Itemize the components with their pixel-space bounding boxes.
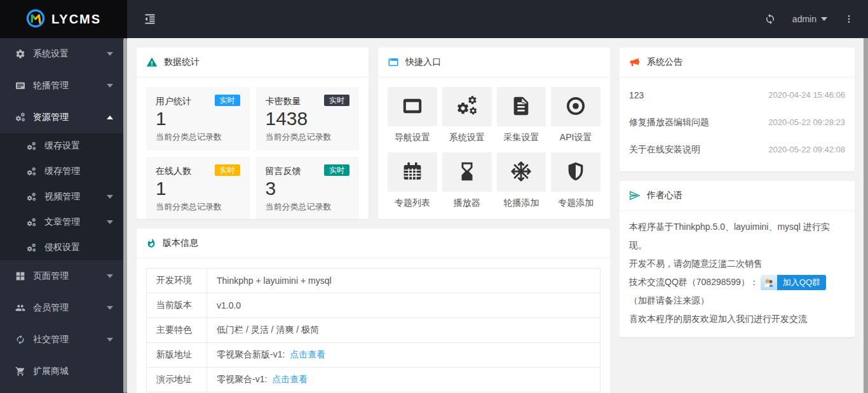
sidebar-subitem-label: 侵权设置 [44, 242, 80, 253]
quick-entry-1[interactable]: 系统设置 [442, 87, 492, 143]
quick-entry-card-title: 快捷入口 [405, 57, 441, 68]
announcement-title: 关于在线安装说明 [629, 144, 700, 156]
version-row-value: v1.0.0 [217, 300, 241, 310]
gear-icon [15, 49, 26, 59]
snowflake-icon [510, 161, 532, 184]
sidebar-item-label: 扩展商城 [33, 366, 69, 377]
sidebar-item-label: 社交管理 [33, 334, 69, 345]
warning-icon [146, 57, 158, 68]
quick-entry-card-header: 快捷入口 [378, 48, 610, 77]
sidebar-subitem-3[interactable]: 文章管理 [0, 210, 127, 235]
quick-entry-label: 导航设置 [388, 132, 437, 143]
refresh-button[interactable] [764, 13, 776, 25]
panel-icon [388, 57, 399, 68]
brand-logo: LYCMS [0, 0, 127, 38]
stat-description: 当前分类总记录数 [266, 131, 350, 143]
sidebar-subitem-label: 文章管理 [44, 216, 80, 228]
quick-entry-label: 采集设置 [497, 132, 546, 143]
megaphone-icon [629, 57, 641, 68]
sidebar-subitem-label: 视频管理 [44, 191, 80, 203]
sidebar-collapse-button[interactable] [144, 13, 156, 25]
author-line-3-suffix: （加群请备注来源） [629, 295, 709, 305]
announcement-date: 2020-04-24 15:46:06 [768, 90, 845, 100]
version-table: 开发环境Thinkphp + layuimini + mysql当前版本v1.0… [146, 268, 600, 392]
window-icon [402, 95, 423, 119]
stats-card: 数据统计 用户统计实时1当前分类总记录数卡密数量实时1438当前分类总记录数在线… [137, 48, 369, 219]
announcements-card-header: 系统公告 [620, 48, 855, 77]
version-table-row: 新版地址零视聚合新版-v1:点击查看 [147, 343, 600, 368]
stat-badge: 实时 [215, 164, 240, 176]
stat-box-1: 卡密数量实时1438当前分类总记录数 [256, 87, 360, 150]
stat-description: 当前分类总记录数 [156, 131, 240, 143]
sidebar-scrollbar[interactable] [123, 38, 127, 393]
quick-entry-4[interactable]: 专题列表 [388, 152, 437, 209]
quick-entry-5[interactable]: 播放器 [442, 152, 492, 209]
version-row-label: 开发环境 [147, 269, 207, 293]
announcement-item-1[interactable]: 修复播放器编辑问题2020-05-22 09:28:23 [629, 109, 845, 136]
brand-logo-icon [26, 9, 45, 30]
page-scrollbar-thumb[interactable] [864, 38, 868, 393]
quick-entry-2[interactable]: 采集设置 [497, 87, 546, 143]
main-content: 数据统计 用户统计实时1当前分类总记录数卡密数量实时1438当前分类总记录数在线… [127, 38, 863, 393]
sidebar-item-6[interactable]: 扩展商城 [0, 356, 127, 387]
view-link[interactable]: 点击查看 [290, 349, 325, 359]
announcement-title: 123 [629, 90, 644, 100]
chevron-down-icon [107, 84, 113, 88]
announcements-card-title: 系统公告 [647, 57, 682, 68]
announcement-item-0[interactable]: 1232020-04-24 15:46:06 [629, 81, 845, 109]
chevron-down-icon [107, 306, 113, 310]
join-qq-group-button[interactable]: 加入QQ群 [761, 275, 826, 290]
more-options-button[interactable] [844, 13, 854, 25]
version-table-row: 主要特色低门栏 / 灵活 / 清爽 / 极简 [147, 318, 600, 343]
sidebar-item-5[interactable]: 社交管理 [0, 324, 127, 356]
file-icon [510, 95, 532, 119]
sidebar-item-3[interactable]: 页面管理 [0, 260, 127, 292]
quick-entry-card: 快捷入口 导航设置系统设置采集设置API设置专题列表播放器轮播添加专题添加 [378, 48, 610, 219]
target-icon [565, 95, 587, 119]
stat-description: 当前分类总记录数 [266, 201, 350, 213]
author-notes-card-header: 作者心语 [620, 181, 855, 211]
announcement-date: 2020-05-22 09:28:23 [768, 117, 845, 127]
announcement-item-2[interactable]: 关于在线安装说明2020-05-22 09:42:08 [629, 136, 845, 163]
top-header: LYCMS admin [0, 0, 868, 38]
version-row-value: 零视聚合新版-v1: [217, 349, 285, 359]
sidebar-item-1[interactable]: 轮播管理 [0, 70, 127, 102]
user-menu-dropdown[interactable]: admin [792, 14, 827, 24]
quick-entry-0[interactable]: 导航设置 [388, 87, 437, 143]
author-line-1: 本程序基于Thinkphp.5.0、layuimini、mysql 进行实现。 [629, 222, 830, 250]
sidebar-subitem-4[interactable]: 侵权设置 [0, 235, 127, 260]
quick-entry-6[interactable]: 轮播添加 [497, 152, 546, 209]
chevron-down-icon [821, 17, 827, 21]
quick-entry-7[interactable]: 专题添加 [551, 152, 600, 209]
author-line-2: 开发不易，请勿随意泛滥二次销售 [629, 258, 763, 269]
sidebar-item-label: 会员管理 [33, 302, 69, 314]
author-notes-card-title: 作者心语 [647, 190, 682, 201]
username-label: admin [792, 14, 817, 24]
stat-value: 1438 [266, 108, 350, 130]
sidebar-subitem-1[interactable]: 缓存管理 [0, 159, 127, 184]
page-scrollbar[interactable] [863, 38, 868, 393]
version-table-row: 开发环境Thinkphp + layuimini + mysql [147, 269, 600, 293]
stat-description: 当前分类总记录数 [156, 201, 240, 213]
sidebar-submenu: 缓存设置缓存管理视频管理文章管理侵权设置 [0, 133, 127, 260]
stats-card-title: 数据统计 [164, 57, 200, 68]
view-link[interactable]: 点击查看 [272, 374, 308, 384]
chevron-up-icon [107, 116, 113, 119]
sidebar-item-2[interactable]: 资源管理 [0, 102, 127, 133]
cogs-icon [27, 142, 37, 151]
sidebar-subitem-2[interactable]: 视频管理 [0, 184, 127, 210]
quick-entry-3[interactable]: API设置 [551, 87, 600, 143]
sidebar-item-4[interactable]: 会员管理 [0, 292, 127, 324]
cogs-icon [27, 218, 37, 227]
stat-badge: 实时 [324, 164, 349, 176]
sidebar-item-0[interactable]: 系统设置 [0, 38, 127, 70]
recycle-icon [15, 335, 26, 345]
sidebar-subitem-0[interactable]: 缓存设置 [0, 133, 127, 159]
announcements-card: 系统公告 1232020-04-24 15:46:06修复播放器编辑问题2020… [620, 48, 855, 171]
stat-box-0: 用户统计实时1当前分类总记录数 [146, 87, 250, 150]
sidebar-item-label: 资源管理 [33, 112, 69, 123]
shield-icon [565, 161, 587, 184]
users-icon [15, 303, 26, 313]
stat-value: 1 [156, 108, 240, 130]
brand-name: LYCMS [51, 12, 101, 27]
